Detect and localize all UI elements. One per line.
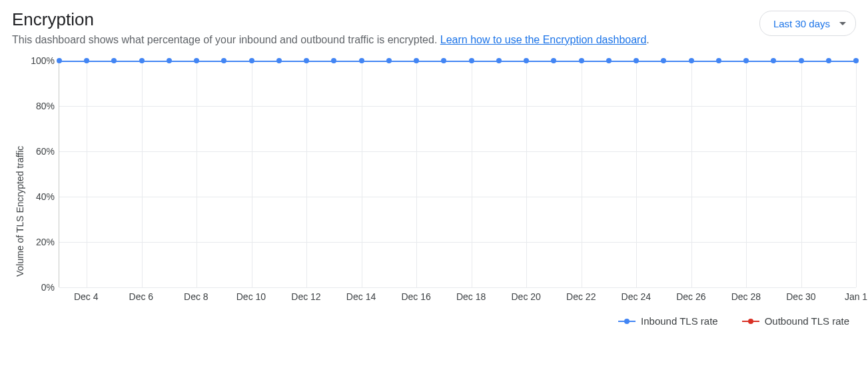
data-point[interactable] [441, 58, 446, 63]
x-tick-label: Dec 14 [346, 291, 376, 302]
y-axis-labels: 0%20%40%60%80%100% [25, 61, 59, 287]
gridline [59, 287, 856, 288]
vgridline [142, 61, 143, 287]
data-point[interactable] [167, 58, 172, 63]
date-range-label: Last 30 days [773, 18, 830, 29]
data-point[interactable] [716, 58, 721, 63]
x-tick-label: Dec 12 [291, 291, 320, 302]
data-point[interactable] [826, 58, 831, 63]
vgridline [362, 61, 362, 287]
data-point[interactable] [606, 58, 612, 63]
data-point[interactable] [276, 58, 282, 63]
data-point[interactable] [634, 58, 639, 63]
vgridline [856, 61, 857, 287]
vgridline [691, 61, 692, 287]
data-point[interactable] [359, 58, 364, 63]
x-tick-label: Dec 26 [676, 291, 705, 302]
x-tick-label: Dec 18 [456, 291, 486, 302]
gridline [59, 106, 856, 107]
data-point[interactable] [331, 58, 336, 63]
vgridline [306, 61, 307, 287]
series-line [59, 61, 856, 62]
x-tick-label: Dec 16 [401, 291, 430, 302]
x-tick-label: Dec 24 [622, 291, 651, 302]
page-subtitle: This dashboard shows what percentage of … [12, 34, 650, 46]
data-point[interactable] [579, 58, 584, 63]
data-point[interactable] [221, 58, 226, 63]
data-point[interactable] [111, 58, 117, 63]
data-point[interactable] [386, 58, 392, 63]
learn-more-link[interactable]: Learn how to use the Encryption dashboar… [440, 34, 647, 45]
data-point[interactable] [249, 58, 254, 63]
x-tick-label: Dec 8 [184, 291, 209, 302]
data-point[interactable] [139, 58, 145, 63]
x-tick-label: Dec 4 [74, 291, 99, 302]
data-point[interactable] [743, 58, 749, 63]
data-point[interactable] [853, 58, 859, 63]
date-range-selector[interactable]: Last 30 days [759, 11, 856, 36]
x-tick-label: Jan 1 [845, 291, 867, 302]
y-tick-label: 60% [36, 146, 55, 157]
x-tick-label: Dec 28 [731, 291, 761, 302]
legend-label: Outbound TLS rate [765, 315, 849, 327]
vgridline [582, 61, 582, 287]
vgridline [801, 61, 802, 287]
data-point[interactable] [771, 58, 776, 63]
data-point[interactable] [551, 58, 556, 63]
encryption-chart: Volume of TLS Encrypted traffic 0%20%40%… [12, 58, 856, 331]
x-axis-labels: Dec 4Dec 6Dec 8Dec 10Dec 12Dec 14Dec 16D… [59, 291, 856, 310]
dropdown-caret-icon [839, 22, 846, 25]
y-tick-label: 80% [36, 101, 55, 111]
legend-label: Inbound TLS rate [641, 315, 718, 327]
vgridline [472, 61, 472, 287]
x-tick-label: Dec 30 [786, 291, 815, 302]
gridline [59, 151, 856, 152]
legend-item[interactable]: Outbound TLS rate [742, 315, 849, 327]
x-tick-label: Dec 20 [512, 291, 541, 302]
data-point[interactable] [194, 58, 199, 63]
vgridline [746, 61, 747, 287]
y-tick-label: 100% [31, 55, 55, 66]
x-tick-label: Dec 6 [129, 291, 154, 302]
y-axis-title: Volume of TLS Encrypted traffic [12, 58, 25, 331]
data-point[interactable] [524, 58, 529, 63]
data-point[interactable] [689, 58, 694, 63]
subtitle-text: This dashboard shows what percentage of … [12, 34, 440, 45]
data-point[interactable] [84, 58, 89, 63]
data-point[interactable] [799, 58, 804, 63]
vgridline [416, 61, 417, 287]
data-point[interactable] [414, 58, 419, 63]
data-point[interactable] [661, 58, 666, 63]
y-tick-label: 40% [36, 191, 55, 202]
y-tick-label: 0% [41, 282, 55, 293]
vgridline [636, 61, 637, 287]
data-point[interactable] [496, 58, 502, 63]
vgridline [526, 61, 527, 287]
y-tick-label: 20% [36, 237, 55, 247]
vgridline [87, 61, 87, 287]
x-tick-label: Dec 10 [236, 291, 266, 302]
chart-legend: Inbound TLS rateOutbound TLS rate [59, 315, 856, 327]
legend-swatch-icon [742, 321, 759, 322]
x-tick-label: Dec 22 [566, 291, 596, 302]
legend-item[interactable]: Inbound TLS rate [618, 315, 718, 327]
data-point[interactable] [57, 58, 62, 63]
data-point[interactable] [304, 58, 309, 63]
chart-plot-area[interactable] [59, 61, 856, 287]
subtitle-suffix: . [646, 34, 649, 45]
gridline [59, 242, 856, 243]
data-point[interactable] [469, 58, 474, 63]
gridline [59, 197, 856, 197]
page-title: Encryption [12, 9, 650, 30]
vgridline [197, 61, 197, 287]
legend-swatch-icon [618, 321, 636, 322]
vgridline [252, 61, 252, 287]
